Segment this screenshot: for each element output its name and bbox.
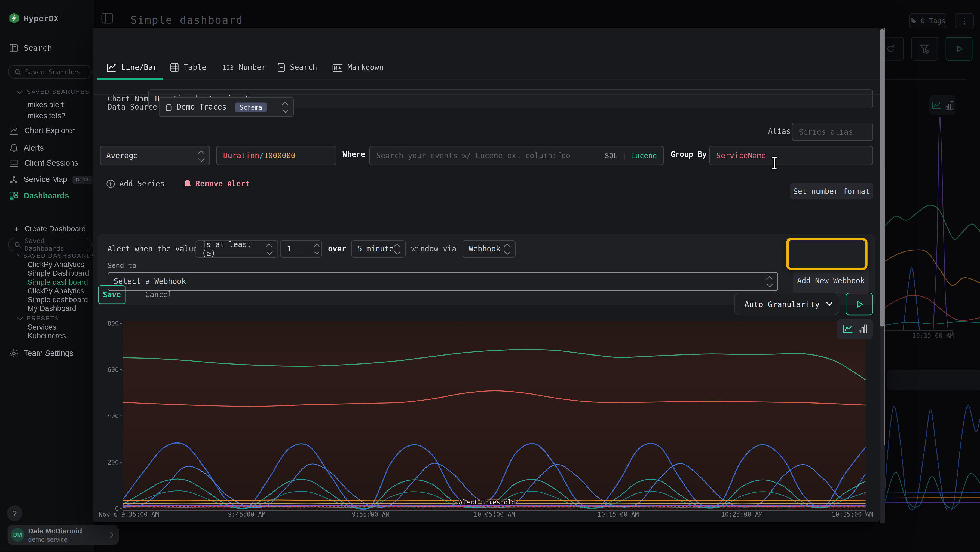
run-chart-button[interactable] — [846, 293, 873, 315]
query-language-toggle[interactable]: SQL|Lucene — [605, 151, 657, 160]
document-icon — [277, 63, 285, 72]
cancel-button[interactable]: Cancel — [140, 285, 178, 304]
sidebar-item-label: Search — [24, 43, 52, 52]
chevron-right-icon — [107, 531, 113, 538]
granularity-select[interactable]: Auto Granularity — [735, 293, 840, 315]
active-tab-underline — [97, 78, 163, 80]
saved-dashboard-item-active[interactable]: Simple dashboard — [27, 278, 88, 286]
sidebar-item-search[interactable]: Search — [9, 43, 52, 52]
bg-chart-lower — [885, 375, 980, 511]
chevron-down-icon — [18, 315, 22, 321]
bg-chart-time-label: 10:35:00 AM — [905, 332, 954, 339]
data-source-select[interactable]: Demo Traces Schema — [159, 97, 294, 117]
filter-button[interactable] — [911, 37, 938, 61]
saved-searches-input[interactable]: Saved Searches — [8, 65, 92, 79]
saved-search-item[interactable]: mikes tets2 — [27, 112, 65, 120]
save-button[interactable]: Save — [98, 285, 126, 304]
svg-text:10:15:00 AM: 10:15:00 AM — [598, 511, 639, 518]
remove-alert-button[interactable]: Remove Alert — [184, 180, 250, 188]
saved-dashboard-item[interactable]: ClickPy Analytics — [27, 260, 84, 269]
chart-explorer-icon — [9, 126, 19, 135]
tab-search[interactable]: Search — [277, 63, 317, 72]
tab-line-bar[interactable]: Line/Bar — [107, 63, 158, 72]
svg-text:Nov 6 9:35:00 AM: Nov 6 9:35:00 AM — [99, 511, 159, 518]
alert-channel-select[interactable]: Webhook — [463, 240, 515, 258]
number-123-icon: 123 — [223, 64, 234, 71]
sidebar-item-chart-explorer[interactable]: Chart Explorer — [9, 126, 75, 135]
alias-placeholder: Series alias — [799, 127, 853, 136]
chevron-updown-icon — [283, 102, 288, 112]
dashboards-icon — [9, 191, 18, 200]
svg-text:800: 800 — [108, 320, 119, 327]
user-menu[interactable]: DM Dale McDiarmid demo-service - — [8, 525, 119, 545]
chevron-updown-icon — [505, 244, 509, 254]
hyperdx-logo-icon — [9, 13, 19, 24]
svg-text:600: 600 — [108, 366, 119, 373]
alert-threshold-input[interactable]: 1 — [280, 240, 322, 258]
create-dashboard-button[interactable]: + Create Dashboard — [14, 224, 86, 234]
alert-prefix-label: Alert when the value — [108, 245, 198, 254]
where-input[interactable]: Search your events w/ Lucene ex. column:… — [369, 146, 664, 165]
presets-header[interactable]: PRESETS — [18, 315, 59, 322]
refresh-icon — [886, 45, 895, 53]
saved-dashboard-item[interactable]: Simple dashboard — [27, 295, 88, 304]
saved-dashboards-header[interactable]: SAVED DASHBOARDS — [18, 252, 92, 259]
group-by-input[interactable]: ServiceName — [710, 146, 873, 165]
search-icon — [14, 241, 21, 248]
sidebar-item-alerts[interactable]: Alerts — [9, 143, 43, 153]
data-source-label: Data Source — [108, 103, 157, 112]
markdown-icon — [332, 64, 342, 72]
aggregation-select[interactable]: Average — [100, 146, 210, 165]
add-series-button[interactable]: Add Series — [106, 180, 164, 188]
saved-dashboard-item[interactable]: ClickPy Analytics — [27, 287, 84, 295]
saved-dashboards-input[interactable]: Saved Dashboards — [8, 238, 92, 252]
saved-dashboard-item[interactable]: My Dashboard — [27, 304, 76, 313]
sidebar-item-service-map[interactable]: Service Map BETA — [9, 175, 92, 184]
chevron-updown-icon — [267, 244, 272, 254]
over-label: over — [328, 245, 346, 254]
preset-item[interactable]: Kubernetes — [27, 332, 66, 340]
database-icon — [165, 103, 173, 111]
sidebar-item-client-sessions[interactable]: Client Sessions — [9, 159, 78, 168]
svg-text:10:25:00 AM: 10:25:00 AM — [721, 511, 762, 518]
tab-table[interactable]: Table — [170, 63, 206, 72]
sidebar-item-dashboards[interactable]: Dashboards — [9, 191, 69, 200]
send-to-label: Send to — [108, 262, 136, 270]
webhook-select[interactable]: Select a Webhook — [108, 272, 778, 291]
beta-badge: BETA — [73, 175, 92, 183]
sidebar-item-team-settings[interactable]: Team Settings — [9, 349, 73, 358]
window-via-label: window via — [411, 245, 457, 254]
chart-type-toggle[interactable] — [837, 319, 873, 339]
tab-markdown[interactable]: Markdown — [332, 63, 383, 72]
saved-searches-header[interactable]: SAVED SEARCHES — [18, 88, 89, 95]
tabs-divider — [97, 80, 966, 80]
alert-window-select[interactable]: 5 minute — [351, 240, 406, 258]
chevron-updown-icon — [767, 276, 772, 287]
bar-chart-icon — [859, 325, 867, 333]
tab-number[interactable]: 123 Number — [223, 63, 266, 72]
modal-scrollbar[interactable] — [880, 27, 885, 522]
run-query-button-bg[interactable] — [946, 37, 973, 61]
line-chart-icon — [843, 325, 853, 333]
sidebar: HyperDX Search Saved Searches SAVED SEAR… — [0, 0, 94, 552]
add-new-webhook-button[interactable]: Add New Webhook — [793, 267, 869, 294]
line-chart-icon — [107, 63, 116, 72]
set-number-format-button[interactable]: Set number format — [790, 183, 873, 200]
saved-search-item[interactable]: mikes alert — [27, 100, 64, 109]
table-icon — [170, 63, 178, 72]
scrollbar-thumb[interactable] — [880, 29, 885, 327]
bg-chart-upper — [885, 63, 980, 364]
alert-condition-select[interactable]: is at least (≥) — [196, 240, 278, 258]
chevron-down-icon — [18, 88, 22, 94]
play-icon — [855, 300, 864, 308]
preset-item[interactable]: Services — [27, 323, 56, 332]
number-stepper[interactable] — [310, 241, 319, 257]
saved-searches-placeholder: Saved Searches — [25, 68, 80, 76]
saved-dashboard-item[interactable]: Simple Dashboard — [27, 269, 89, 278]
help-button[interactable]: ? — [7, 506, 22, 521]
logo[interactable]: HyperDX — [9, 13, 59, 24]
svg-text:9:45:00 AM: 9:45:00 AM — [228, 511, 266, 518]
alias-input[interactable]: Series alias — [792, 123, 873, 141]
expression-input[interactable]: Duration/1000000 — [216, 146, 336, 165]
user-subtitle: demo-service - — [28, 535, 82, 543]
